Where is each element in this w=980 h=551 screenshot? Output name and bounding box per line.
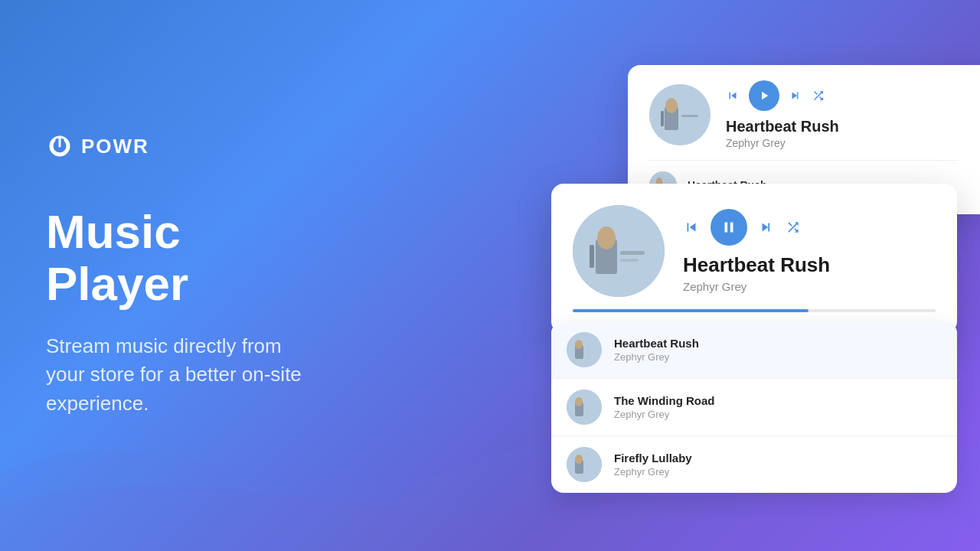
track-artist-compact: Zephyr Grey (726, 137, 959, 149)
power-icon (46, 132, 74, 160)
svg-rect-16 (567, 332, 602, 367)
progress-fill (573, 309, 808, 312)
playlist-track-name-3: Firefly Lullaby (614, 452, 692, 465)
player-info-controls: Heartbeat Rush Zephyr Grey (726, 80, 959, 149)
playlist-track-name-1: Heartbeat Rush (614, 337, 699, 350)
playlist-thumb-2 (567, 390, 602, 425)
svg-point-24 (575, 455, 583, 464)
playlist-thumb-3 (567, 447, 602, 482)
controls-row-2 (683, 209, 936, 246)
controls-row-1 (726, 80, 959, 111)
pause-button[interactable] (710, 209, 747, 246)
playlist-panel: Heartbeat Rush Zephyr Grey The Winding R… (551, 321, 957, 493)
page-title: Music Player (46, 206, 322, 310)
album-art-small (649, 84, 710, 145)
logo-text: POWR (81, 135, 149, 158)
hero-description: Stream music directly from your store fo… (46, 332, 322, 419)
svg-point-18 (575, 340, 583, 349)
svg-rect-19 (567, 390, 602, 425)
skip-forward-button-2[interactable] (758, 219, 775, 236)
play-button[interactable] (749, 80, 779, 111)
playlist-thumb-1 (567, 332, 602, 367)
right-panel: Heartbeat Rush Zephyr Grey Heartbeat Rus… (368, 0, 980, 551)
logo: POWR (46, 132, 322, 160)
progress-bar[interactable] (573, 309, 936, 312)
skip-forward-button[interactable] (789, 89, 802, 103)
svg-point-5 (665, 98, 678, 113)
left-panel: POWR Music Player Stream music directly … (0, 86, 368, 464)
track-title-compact: Heartbeat Rush (726, 117, 959, 135)
playlist-artist-2: Zephyr Grey (614, 409, 715, 420)
svg-rect-15 (620, 259, 639, 262)
playlist-item-3[interactable]: Firefly Lullaby Zephyr Grey (551, 436, 957, 493)
playlist-item-1[interactable]: Heartbeat Rush Zephyr Grey (551, 321, 957, 379)
playlist-track-name-2: The Winding Road (614, 394, 715, 407)
panel2-track-info: Heartbeat Rush Zephyr Grey (683, 209, 936, 292)
player-panel-main: Heartbeat Rush Zephyr Grey (551, 184, 957, 334)
shuffle-button-2[interactable] (786, 220, 801, 235)
svg-rect-22 (567, 447, 602, 482)
svg-point-13 (597, 227, 616, 249)
main-content: POWR Music Player Stream music directly … (0, 0, 980, 551)
svg-rect-2 (649, 84, 710, 145)
svg-rect-4 (661, 111, 664, 126)
svg-point-21 (575, 397, 583, 406)
shuffle-button[interactable] (812, 89, 825, 103)
svg-rect-12 (590, 245, 594, 268)
skip-back-button-2[interactable] (683, 219, 700, 236)
track-title-main: Heartbeat Rush (683, 253, 936, 277)
playlist-artist-1: Zephyr Grey (614, 351, 699, 363)
track-artist-main: Zephyr Grey (683, 280, 936, 293)
playlist-artist-3: Zephyr Grey (614, 466, 692, 478)
svg-rect-10 (573, 205, 665, 297)
svg-rect-6 (681, 115, 698, 117)
skip-back-button[interactable] (726, 89, 740, 103)
playlist-item-2[interactable]: The Winding Road Zephyr Grey (551, 379, 957, 436)
album-art-large (573, 205, 665, 297)
svg-rect-14 (620, 251, 645, 255)
